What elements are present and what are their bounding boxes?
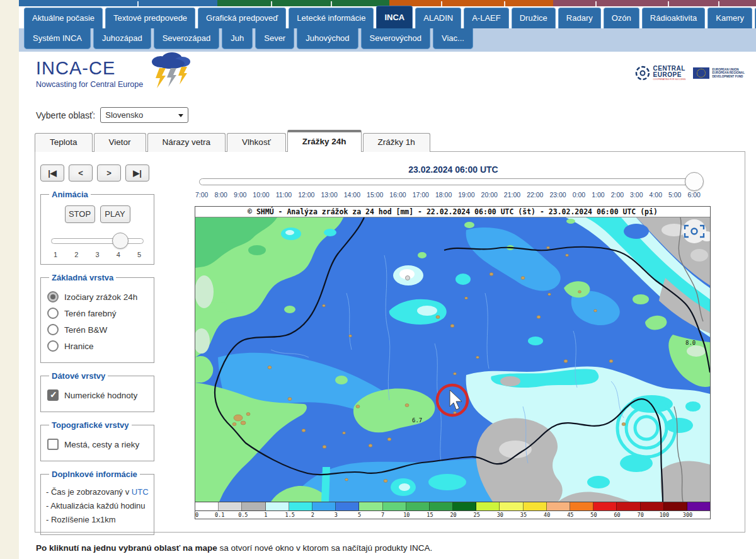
play-button[interactable]: PLAY	[100, 205, 130, 223]
sub-nav: Systém INCAJuhozápadSeverozápadJuhSeverJ…	[24, 28, 473, 49]
timeline-tick-label: 17:00	[413, 191, 429, 199]
speed-slider[interactable]	[51, 233, 144, 250]
main-nav-tab[interactable]: ALADIN	[415, 8, 461, 28]
legend-color-cell	[289, 502, 312, 510]
data-layer-option[interactable]: Numerické hodnoty	[47, 389, 147, 401]
footer-note-rest: sa otvorí nové okno v ktorom sa načítajú…	[217, 543, 432, 553]
legend-label: 60	[617, 511, 640, 519]
main-nav-tab[interactable]: Radary	[558, 8, 601, 28]
speed-tick-label: 1	[54, 251, 57, 258]
checkbox-icon[interactable]	[47, 389, 59, 401]
main-nav-tab[interactable]: A-LAEF	[464, 8, 509, 28]
region-select[interactable]: Slovensko	[100, 107, 188, 123]
speed-slider-handle[interactable]	[112, 233, 129, 249]
legend-color-cell	[195, 502, 219, 510]
product-tab[interactable]: Vlhkosť	[227, 133, 286, 152]
sub-nav-tab[interactable]: Juhovýchod	[297, 28, 358, 49]
product-tab[interactable]: Teplota	[35, 133, 93, 152]
legend-label: 20	[453, 511, 476, 519]
timeline-ticks: 7:008:009:0010:0011:0012:0013:0014:0015:…	[195, 191, 701, 199]
eu-logo: EUROPEAN UNION EUROPEAN REGIONAL DEVELOP…	[693, 67, 745, 79]
base-layer-option-label: Izočiary zrážok 24h	[64, 292, 137, 302]
timeline-tick-label: 9:00	[234, 191, 246, 199]
timeline-slider[interactable]	[199, 178, 702, 186]
step-button[interactable]: >	[97, 164, 121, 182]
timeline-slider-track[interactable]	[199, 178, 702, 185]
legend-color-cell	[664, 502, 687, 510]
timeline-tick-label: 21:00	[504, 191, 520, 199]
ce-line2: EUROPE	[653, 72, 686, 78]
product-tab[interactable]: Zrážky 24h	[287, 130, 362, 152]
base-layer-option-label: Terén B&W	[64, 325, 107, 335]
data-layer-option-label: Numerické hodnoty	[64, 391, 137, 400]
radio-icon[interactable]	[47, 291, 59, 303]
product-tab[interactable]: Zrážky 1h	[363, 133, 430, 152]
main-nav-tab[interactable]: Kamery	[707, 8, 752, 28]
product-tab[interactable]: Nárazy vetra	[147, 133, 226, 152]
legend-label: 45	[570, 511, 593, 519]
sub-nav-tab[interactable]: Juh	[222, 28, 253, 49]
logo-subtitle: Nowcasting for Central Europe	[36, 80, 143, 89]
category-strip-segment	[217, 0, 389, 6]
precipitation-map[interactable]: © SHMÚ - Analýza zrážok za 24 hod [mm] -…	[195, 206, 711, 519]
map-focus-button[interactable]	[682, 219, 706, 243]
step-button[interactable]: <	[69, 164, 93, 182]
main-nav-tab[interactable]: Grafická predpoveď	[198, 8, 286, 28]
main-nav-tab[interactable]: Aktuálne počasie	[24, 8, 103, 28]
timeline-tick-label: 23:00	[549, 191, 566, 199]
legend-color-cell	[336, 502, 359, 510]
base-layer-option[interactable]: Izočiary zrážok 24h	[47, 291, 147, 303]
legend-color-cell	[617, 502, 640, 510]
main-nav-tab[interactable]: Ozón	[604, 8, 639, 28]
legend-label: 25	[476, 511, 500, 519]
speed-tick-label: 2	[74, 251, 78, 258]
stop-button[interactable]: STOP	[65, 205, 95, 223]
main-nav-tab[interactable]: Textové predpovede	[105, 8, 195, 28]
step-button[interactable]: ▶|	[125, 164, 149, 182]
sub-nav-tab[interactable]: Sever	[255, 28, 294, 49]
map-image[interactable]: 6.7 8.0	[195, 217, 710, 502]
strip-separator	[595, 1, 597, 6]
sub-nav-tab[interactable]: Severozápad	[154, 28, 220, 49]
radio-icon[interactable]	[47, 324, 59, 335]
main-nav-tab[interactable]: Družice	[512, 8, 556, 28]
legend-color-cell	[593, 502, 617, 510]
sub-nav-tab[interactable]: Viac...	[433, 28, 473, 49]
utc-link[interactable]: UTC	[132, 487, 149, 497]
radio-icon[interactable]	[47, 308, 59, 319]
footer-note: Po kliknutí na jednu vybranú oblasť na m…	[36, 543, 432, 553]
checkbox-icon[interactable]	[47, 439, 59, 450]
main-nav-tab[interactable]: Letecké informácie	[289, 8, 374, 28]
base-layer-option[interactable]: Terén farebný	[47, 308, 147, 319]
base-layer-option[interactable]: Hranice	[47, 340, 147, 352]
timeline-tick-label: 7:00	[195, 191, 208, 199]
sub-nav-tab[interactable]: Juhozápad	[93, 28, 151, 49]
speed-tick-label: 5	[137, 251, 141, 258]
legend-color-cell	[547, 502, 570, 510]
legend-color-cell	[524, 502, 547, 510]
base-layer-option[interactable]: Terén B&W	[47, 324, 147, 335]
radio-icon[interactable]	[47, 340, 59, 352]
legend-color-cell	[312, 502, 336, 510]
precipitation-legend	[195, 502, 710, 510]
map-value-label: 8.0	[685, 340, 696, 346]
sub-nav-tab[interactable]: Systém INCA	[24, 28, 91, 49]
data-layers-legend: Dátové vrstvy	[49, 371, 108, 381]
precipitation-legend-labels: 00.10.511.523571015202530354045506070100…	[195, 510, 710, 519]
speed-slider-track[interactable]	[51, 238, 144, 244]
main-nav-tab[interactable]: INCA	[376, 6, 413, 28]
product-tab[interactable]: Vietor	[94, 133, 146, 152]
step-button[interactable]: |◀	[40, 164, 64, 182]
central-europe-swirl-icon	[634, 65, 651, 81]
sub-nav-tab[interactable]: Severovýchod	[361, 28, 430, 49]
legend-color-cell	[359, 502, 382, 510]
legend-label: 50	[593, 511, 616, 519]
topo-layer-options: Mestá, cesty a rieky	[46, 439, 149, 450]
strip-separator	[271, 1, 272, 6]
topo-layer-option[interactable]: Mestá, cesty a rieky	[47, 439, 147, 450]
legend-color-cell	[476, 502, 500, 510]
timeline-slider-handle[interactable]	[685, 172, 704, 191]
strip-separator	[441, 1, 442, 6]
main-nav-tab[interactable]: Rádioaktivita	[642, 8, 705, 28]
info-legend: Doplnkové informácie	[49, 470, 140, 479]
